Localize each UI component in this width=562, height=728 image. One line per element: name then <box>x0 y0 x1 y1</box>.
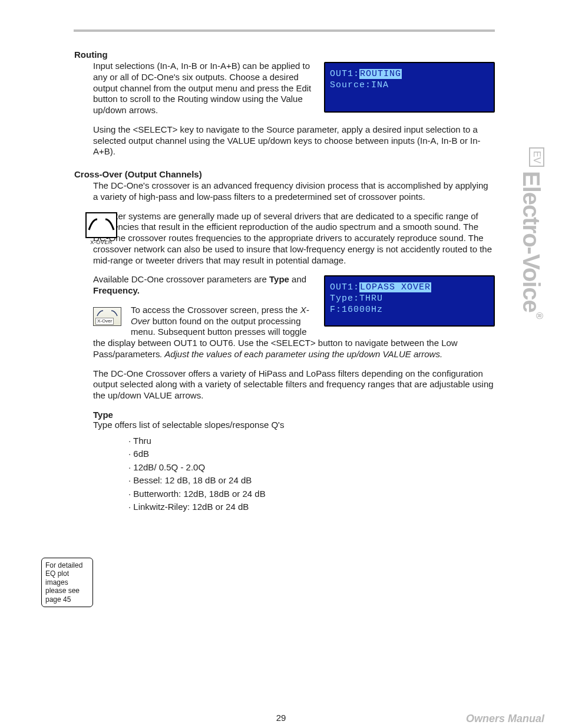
xover-p3-mid: and <box>289 274 306 284</box>
lcd2-line1: OUT1:LOPASS XOVER <box>330 282 489 294</box>
xover-margin-icon: X-OVER <box>84 212 119 245</box>
lcd1-line1: OUT1:ROUTING <box>330 69 489 80</box>
page-content: Routing OUT1:ROUTING Source:INA Input se… <box>41 38 495 514</box>
brand-reg: ® <box>534 312 544 319</box>
list-item: Thru <box>128 434 495 448</box>
lcd1-line3 <box>330 91 489 103</box>
lcd1-l1-pre: OUT1: <box>330 69 359 79</box>
xover-p2: Speaker systems are generally made up of… <box>93 211 495 266</box>
type-p1: Type offers list of selectable slopes/re… <box>93 420 495 431</box>
routing-p2: Using the <SELECT> key to navigate to th… <box>93 124 481 157</box>
lcd2-l1-hl: LOPASS XOVER <box>359 282 431 292</box>
xover-button-graphic: X-Over <box>93 307 124 326</box>
lcd1-line2: Source:INA <box>330 80 489 91</box>
list-item: Bessel: 12 dB, 18 dB or 24 dB <box>128 474 495 487</box>
margin-note: For detailed EQ plot images please see p… <box>41 558 93 607</box>
xover-p3-pre: Available DC-One crossover parameters ar… <box>93 274 269 284</box>
brand-name-text: Electro-Voice <box>518 171 544 312</box>
xover-icon <box>85 212 117 238</box>
xover-button-label: X-Over <box>95 318 114 325</box>
section-title-xover: Cross-Over (Output Channels) <box>74 169 495 179</box>
brand-name: Electro-Voice® <box>518 171 544 318</box>
lcd2-line2: Type:THRU <box>330 294 489 305</box>
xover-p5: The DC-One Crossover offers a variety of… <box>93 368 495 401</box>
xover-p4-pre: To access the Crossover screen, press th… <box>131 305 300 315</box>
brand-sidebar: EV Electro-Voice® <box>516 171 551 389</box>
crossover-mini-icon <box>96 309 118 317</box>
xover-button[interactable]: X-Over <box>93 307 121 326</box>
routing-p1: Input selections (In-A, In-B or In-A+B) … <box>93 61 311 115</box>
xover-p4-dot: . Adjust the values of each parameter us… <box>160 349 442 359</box>
list-item: 6dB <box>128 447 495 461</box>
list-item: Linkwitz-Riley: 12dB or 24 dB <box>128 500 495 514</box>
section-title-routing: Routing <box>74 50 495 60</box>
type-list: Thru 6dB 12dB/ 0.5Q - 2.0Q Bessel: 12 dB… <box>93 434 495 514</box>
lcd-xover: OUT1:LOPASS XOVER Type:THRU F:16000Hz <box>324 275 495 326</box>
xover-params-block: OUT1:LOPASS XOVER Type:THRU F:16000Hz Av… <box>93 274 495 360</box>
lcd1-l1-hl: ROUTING <box>359 69 402 79</box>
brand-ev-mark: EV <box>529 147 544 167</box>
sub-title-type: Type <box>93 410 495 420</box>
xover-p3-b2: Frequency. <box>93 285 140 295</box>
owners-manual-label: Owners Manual <box>466 713 544 725</box>
top-rule <box>74 29 495 32</box>
xover-icon-label: X-OVER <box>84 239 119 245</box>
list-item: Butterworth: 12dB, 18dB or 24 dB <box>128 487 495 501</box>
xover-p1: The DC-One's crossover is an advanced fr… <box>93 180 495 203</box>
lcd-routing: OUT1:ROUTING Source:INA <box>324 62 495 113</box>
routing-block: OUT1:ROUTING Source:INA Input selections… <box>93 61 495 157</box>
lcd2-l1-pre: OUT1: <box>330 282 359 292</box>
crossover-curves-icon <box>87 213 116 237</box>
list-item: 12dB/ 0.5Q - 2.0Q <box>128 461 495 475</box>
lcd2-line3: F:16000Hz <box>330 305 489 316</box>
xover-p3-b1: Type <box>269 274 289 284</box>
